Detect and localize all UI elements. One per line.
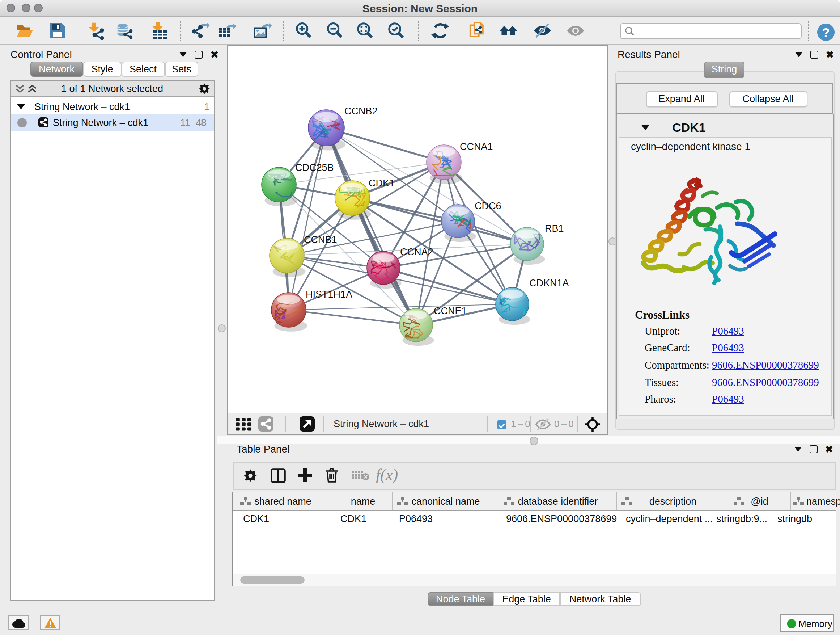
svg-text:?: ?	[821, 25, 829, 39]
svg-text:CDC25B: CDC25B	[295, 162, 334, 173]
svg-text:CCNB2: CCNB2	[344, 105, 378, 116]
svg-text:CCNA2: CCNA2	[400, 246, 433, 257]
svg-text:HIST1H1A: HIST1H1A	[306, 288, 352, 299]
svg-text:CCNE1: CCNE1	[434, 305, 467, 316]
svg-text:CDKN1A: CDKN1A	[529, 277, 569, 288]
svg-text:CCNB1: CCNB1	[304, 234, 337, 245]
svg-text:CCNA1: CCNA1	[460, 141, 493, 152]
svg-text:CDC6: CDC6	[475, 200, 501, 211]
svg-text:RB1: RB1	[545, 223, 564, 233]
svg-text:CDK1: CDK1	[369, 177, 395, 188]
